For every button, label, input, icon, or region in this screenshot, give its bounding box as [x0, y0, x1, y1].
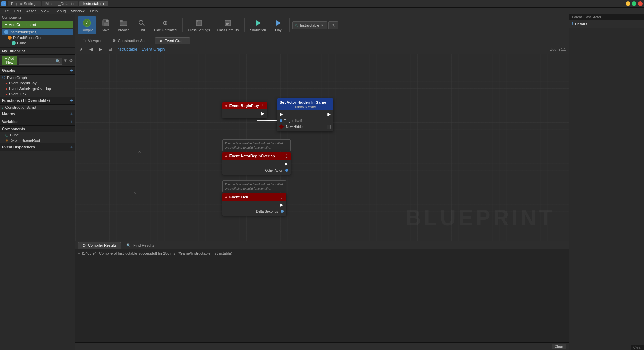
bottom-content: ● [1406.94] Compile of Instructable succ…	[75, 249, 569, 342]
search-bar[interactable]: 🔍	[19, 58, 62, 65]
tab-find-results[interactable]: 🔍 Find Results	[122, 242, 159, 249]
hide-unrelated-button[interactable]: Hide Unrelated	[151, 16, 180, 34]
breadcrumb-event-graph[interactable]: Event Graph	[142, 47, 165, 52]
graphs-add-button[interactable]: +	[70, 68, 73, 73]
tree-event-actoroverlap[interactable]: ● Event ActorBeginOverlap	[0, 86, 75, 91]
hide-unrelated-label: Hide Unrelated	[154, 28, 177, 32]
simulation-button[interactable]: Simulation	[247, 16, 269, 34]
other-actor-row: Other Actor	[222, 167, 291, 173]
hide-unrelated-icon	[160, 18, 170, 28]
simulation-icon	[253, 18, 263, 28]
back-button[interactable]: ◀	[88, 46, 94, 53]
new-hidden-pin[interactable]	[279, 124, 284, 129]
tree-item-cube[interactable]: Cube	[2, 40, 73, 46]
functions-label: Functions (18 Overridable)	[2, 98, 50, 103]
bookmark-button[interactable]: ★	[78, 46, 85, 53]
node-options-icon3[interactable]: ⋮	[285, 154, 288, 158]
eye-icon[interactable]: 👁	[64, 58, 68, 63]
play-button[interactable]: Play	[270, 16, 287, 34]
menu-debug[interactable]: Debug	[55, 9, 66, 13]
simulation-label: Simulation	[250, 28, 266, 32]
menu-view[interactable]: View	[41, 9, 49, 13]
add-component-button[interactable]: + Add Component +	[2, 21, 73, 28]
tab-viewport[interactable]: ⊞ Viewport	[78, 37, 107, 44]
tab-construction-script[interactable]: ⚒ Construction Script	[108, 37, 154, 44]
graph-area-wrapper: ★ ◀ ▶ ⊞ Instructable › Event Graph Zoom …	[75, 44, 569, 350]
event-dispatchers-add-button[interactable]: +	[70, 144, 73, 150]
node-target-row: Target [self]	[277, 118, 333, 124]
exec-out-pin2[interactable]	[327, 113, 331, 116]
functions-add-button[interactable]: +	[70, 98, 73, 103]
connections-overlay	[75, 54, 569, 241]
exec-out-pin[interactable]	[261, 112, 264, 116]
disabled-close-icon2[interactable]: ✕	[133, 191, 136, 195]
tree-event-beginplay[interactable]: ● Event BeginPlay	[0, 80, 75, 86]
tab-minimal-default[interactable]: Minimal_Default+	[42, 1, 78, 6]
exec-out-pin4[interactable]	[280, 203, 284, 207]
compile-button[interactable]: ✓ Compile	[78, 16, 96, 34]
tree-comp-cube[interactable]: ⬡ Cube	[0, 132, 75, 138]
tab-instructable[interactable]: Instructable+	[79, 1, 108, 6]
breadcrumb-instructable[interactable]: Instructable	[116, 47, 137, 52]
target-pin[interactable]	[280, 119, 282, 122]
class-defaults-button[interactable]: Class Defaults	[214, 16, 241, 34]
node-options-icon[interactable]: ⋮	[261, 104, 264, 108]
details-header: ℹ Details	[569, 20, 644, 28]
save-button[interactable]: Save	[97, 16, 114, 34]
event-actor-overlap-title: Event ActorBeginOverlap	[229, 154, 275, 158]
new-hidden-checkbox[interactable]	[327, 125, 331, 129]
menu-asset[interactable]: Asset	[26, 9, 36, 13]
node-event-beginplay[interactable]: ● Event BeginPlay ⋮	[222, 102, 267, 118]
tree-event-graph[interactable]: ⬡ EventGraph	[0, 75, 75, 80]
settings-icon[interactable]: ⚙	[69, 58, 73, 63]
tree-construction-script[interactable]: ƒ ConstructionScript	[0, 105, 75, 110]
graph-icon: ⬡	[2, 75, 5, 80]
exec-out-pin3[interactable]	[285, 162, 288, 166]
find-button[interactable]: Find	[133, 16, 150, 34]
node-options-icon4[interactable]: ⋮	[280, 195, 284, 199]
macros-add-button[interactable]: +	[70, 111, 73, 117]
delta-seconds-pin[interactable]	[281, 210, 284, 213]
tab-compiler-results[interactable]: ⊙ Compiler Results	[78, 242, 121, 249]
node-set-actor-hidden[interactable]: Set Actor Hidden In Game ⋮ Target is Act…	[277, 98, 333, 131]
browse-button[interactable]: Browse	[115, 16, 132, 34]
tree-item-instructable[interactable]: Instructable(self)	[2, 29, 73, 35]
exec-in-pin[interactable]	[280, 113, 283, 116]
bp-canvas[interactable]: BLUEPRINT ● Event BeginPlay ⋮	[75, 54, 569, 241]
disabled-close-icon[interactable]: ✕	[138, 150, 141, 154]
menu-help[interactable]: Help	[90, 9, 98, 13]
component-icon-blue	[4, 30, 8, 34]
tree-event-tick[interactable]: ● Event Tick	[0, 91, 75, 97]
clear-button[interactable]: Clear	[552, 344, 566, 349]
delta-seconds-label: Delta Seconds	[256, 210, 278, 213]
tab-event-graph[interactable]: ◈ Event Graph	[155, 37, 190, 44]
svg-rect-5	[104, 20, 106, 22]
debug-dropdown[interactable]: ⬡ Instructable ▼	[292, 21, 327, 29]
node-event-tick[interactable]: ● Event Tick ⋮ Delta Seconds	[222, 193, 286, 216]
forward-button[interactable]: ▶	[97, 46, 104, 53]
macros-label: Macros	[2, 112, 15, 116]
menu-window[interactable]: Window	[71, 9, 84, 13]
menu-file[interactable]: File	[3, 9, 9, 13]
debug-filter-search[interactable]	[328, 21, 338, 29]
node-options-icon2[interactable]: ⋮	[327, 100, 331, 104]
node-event-actor-begin-overlap[interactable]: ● Event ActorBeginOverlap ⋮ Other Actor	[222, 152, 291, 175]
variables-add-button[interactable]: +	[70, 119, 73, 124]
svg-line-9	[143, 24, 144, 26]
class-settings-button[interactable]: Class Settings	[185, 16, 213, 34]
tree-comp-defaultsceneroot[interactable]: ⊕ DefaultSceneRoot	[0, 138, 75, 143]
breadcrumb[interactable]: Instructable › Event Graph	[116, 47, 165, 52]
maximize-button[interactable]	[632, 1, 636, 6]
other-actor-pin[interactable]	[285, 169, 288, 172]
close-button[interactable]	[638, 1, 643, 6]
tab-project-settings[interactable]: Project Settings	[8, 1, 41, 6]
target-self-label: [self]	[295, 119, 302, 122]
event-icon-red3: ●	[5, 92, 8, 96]
grid-toggle-button[interactable]: ⊞	[107, 46, 114, 53]
graphs-section-header: Graphs +	[0, 67, 75, 75]
add-new-button[interactable]: + Add New	[2, 56, 17, 65]
menu-edit[interactable]: Edit	[14, 9, 21, 13]
minimize-button[interactable]	[626, 1, 630, 6]
search-input[interactable]	[21, 59, 56, 63]
tree-item-defaultsceneroot[interactable]: DefaultSceneRoot	[2, 35, 73, 40]
